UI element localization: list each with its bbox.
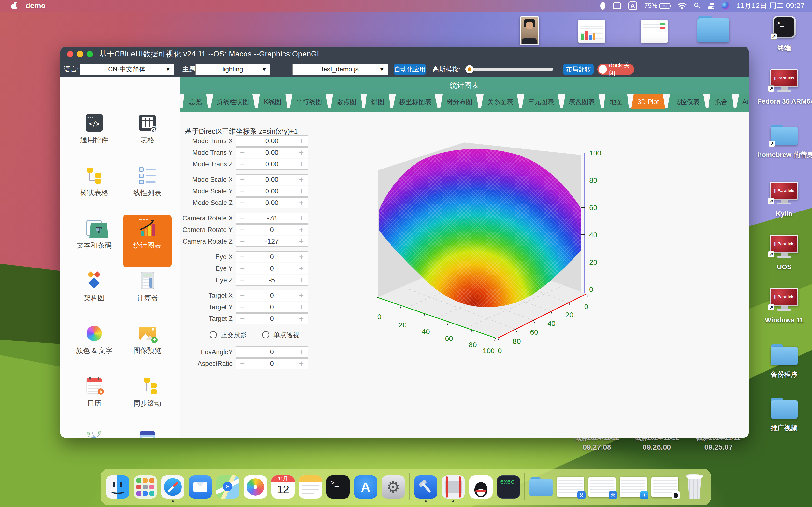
control-center-icon[interactable] [708, 0, 714, 12]
decrement-icon[interactable]: − [236, 225, 249, 235]
decrement-icon[interactable]: − [236, 136, 249, 146]
dock-parallels-icon[interactable] [442, 475, 465, 499]
spinbox-eye-y[interactable]: −0+ [236, 263, 308, 274]
decrement-icon[interactable]: − [236, 175, 249, 184]
sidebar-item-abstract-window[interactable]: 抽象窗口 [123, 425, 171, 438]
tab-ternary[interactable]: 三元图表 [522, 95, 560, 109]
increment-icon[interactable]: + [295, 136, 308, 146]
dock-qq-icon[interactable] [469, 475, 493, 499]
sidebar-item-graph-visualization[interactable]: 图可视化 [70, 425, 118, 438]
decrement-icon[interactable]: − [236, 186, 249, 196]
spinbox-camera-rotate-y[interactable]: −0+ [236, 224, 308, 235]
search-icon[interactable] [694, 3, 700, 9]
radio-perspective[interactable]: 单点透视 [262, 331, 299, 339]
desktop-icon-homebrew-folder[interactable]: ↗ homebrew 的替身 [758, 125, 811, 159]
increment-icon[interactable]: + [295, 252, 308, 262]
tab-audio-fft[interactable]: Audio FFT [736, 95, 749, 109]
tab-treemap[interactable]: 树分布图 [440, 95, 479, 109]
dock-photos-icon[interactable] [244, 475, 267, 499]
tab-line-bar[interactable]: 折线柱状图 [210, 95, 255, 109]
active-app-name[interactable]: demo [26, 1, 46, 10]
dock-xcode-icon[interactable] [414, 475, 438, 499]
decrement-icon[interactable]: − [236, 198, 249, 208]
spinbox-target-z[interactable]: −0+ [236, 313, 308, 324]
desktop-icon-backup-folder[interactable]: 备份程序 [758, 344, 811, 379]
dock-mail-icon[interactable] [189, 475, 212, 499]
radio-orthographic[interactable]: 正交投影 [209, 331, 247, 339]
decrement-icon[interactable]: − [236, 302, 249, 312]
layout-flip-button[interactable]: 布局翻转 [563, 64, 594, 75]
decrement-icon[interactable]: − [236, 359, 249, 369]
blur-slider[interactable] [466, 68, 553, 71]
dock-app-store-icon[interactable]: A [354, 475, 377, 499]
increment-icon[interactable]: + [295, 291, 308, 300]
spinbox-mode-scale-y[interactable]: −0.00+ [236, 186, 308, 197]
increment-icon[interactable]: + [295, 186, 308, 196]
tab-flight-instruments[interactable]: 飞控仪表 [667, 95, 706, 109]
desktop-window-preview-chart[interactable] [578, 20, 605, 43]
dock-terminal-icon[interactable]: >_ [326, 475, 350, 499]
dock-minimized-window-xcode[interactable]: ⚒ [589, 476, 615, 497]
window-titlebar[interactable]: 基于CBlueUI数据可视化 v24.11 --OS: Macos --Grap… [60, 47, 749, 62]
sidebar-item-calendar[interactable]: 5 日历 [70, 373, 118, 425]
decrement-icon[interactable]: − [236, 314, 249, 324]
script-file-select[interactable]: test_demo.js ▼ [292, 64, 388, 75]
desktop-icon-fedora-vm[interactable]: || Parallels ↗ Fedora 36 ARM64 [758, 69, 811, 105]
dock-minimized-window-qq[interactable] [651, 476, 678, 497]
increment-icon[interactable]: + [295, 175, 308, 184]
spinbox-mode-trans-x[interactable]: −0.00+ [236, 135, 308, 147]
increment-icon[interactable]: + [295, 225, 308, 235]
desktop-icon-windows11-vm[interactable]: || Parallels ↗ Windows 11 [758, 288, 811, 324]
auto-apply-button[interactable]: 自动化应用 [394, 64, 426, 75]
sidebar-item-common-widgets[interactable]: •••</> 通用控件 [70, 109, 118, 162]
decrement-icon[interactable]: − [236, 252, 249, 262]
spinbox-target-y[interactable]: −0+ [236, 301, 308, 313]
sidebar-item-table[interactable]: ⚙ 表格 [123, 109, 171, 162]
spinbox-mode-scale-z[interactable]: −0.00+ [236, 197, 308, 208]
dock-system-settings-icon[interactable]: ⚙ [382, 475, 405, 499]
tab-gauge[interactable]: 表盘图表 [563, 95, 601, 109]
sidebar-item-statistics-charts[interactable]: 统计图表 [123, 215, 171, 267]
tab-pie[interactable]: 饼图 [365, 95, 391, 109]
desktop-icon-kylin-vm[interactable]: || Parallels ↗ Kylin [758, 181, 811, 218]
tab-kline[interactable]: K线图 [258, 95, 288, 109]
decrement-icon[interactable]: − [236, 237, 249, 246]
battery-indicator[interactable]: 75% ϟ [644, 0, 670, 12]
spinbox-mode-trans-y[interactable]: −0.00+ [236, 147, 308, 158]
wifi-icon[interactable] [678, 0, 687, 12]
spinbox-fov-angle-y[interactable]: −0+ [236, 346, 308, 357]
increment-icon[interactable]: + [295, 302, 308, 312]
increment-icon[interactable]: + [295, 275, 308, 285]
tab-polar[interactable]: 极坐标图表 [393, 95, 438, 109]
sidebar-item-color-text[interactable]: 颜色 & 文字 [70, 320, 118, 373]
sidebar-item-calculator[interactable]: 计算器 [123, 267, 171, 320]
increment-icon[interactable]: + [295, 159, 308, 169]
radio-circle[interactable] [209, 331, 217, 338]
desktop-window-preview-table[interactable] [641, 20, 668, 43]
minimize-window-button[interactable] [77, 51, 83, 57]
language-select[interactable]: CN-中文简体 ▼ [80, 64, 174, 75]
sidebar-item-image-preview[interactable]: + 图像预览 [123, 320, 171, 373]
theme-select[interactable]: lighting ▼ [195, 64, 270, 75]
increment-icon[interactable]: + [295, 314, 308, 324]
spinbox-eye-z[interactable]: −-5+ [236, 275, 308, 286]
radio-circle[interactable] [262, 331, 269, 338]
tab-overview[interactable]: 总览 [183, 95, 208, 109]
zoom-window-button[interactable] [87, 51, 93, 57]
spinbox-mode-scale-x[interactable]: −0.00+ [236, 174, 308, 185]
dock-minimized-window-xcode[interactable]: ⚒ [557, 476, 584, 497]
decrement-icon[interactable]: − [236, 148, 249, 157]
decrement-icon[interactable]: − [236, 159, 249, 169]
dock-launchpad-icon[interactable] [134, 475, 157, 499]
dock-downloads-folder-icon[interactable] [529, 475, 553, 499]
increment-icon[interactable]: + [295, 198, 308, 208]
decrement-icon[interactable]: − [236, 264, 249, 273]
dock-toggle[interactable]: dock 关闭 [597, 64, 634, 75]
increment-icon[interactable]: + [295, 148, 308, 157]
dock-minimized-window-safari[interactable]: ✦ [620, 476, 647, 497]
tab-3d-plot[interactable]: 3D Plot [631, 95, 665, 109]
tab-scatter[interactable]: 散点图 [331, 95, 363, 109]
sidebar-item-text-barcode[interactable]: T≡ 文本和条码 [70, 215, 118, 267]
spinbox-target-x[interactable]: −0+ [236, 290, 308, 301]
dock-trash-icon[interactable] [683, 475, 706, 499]
